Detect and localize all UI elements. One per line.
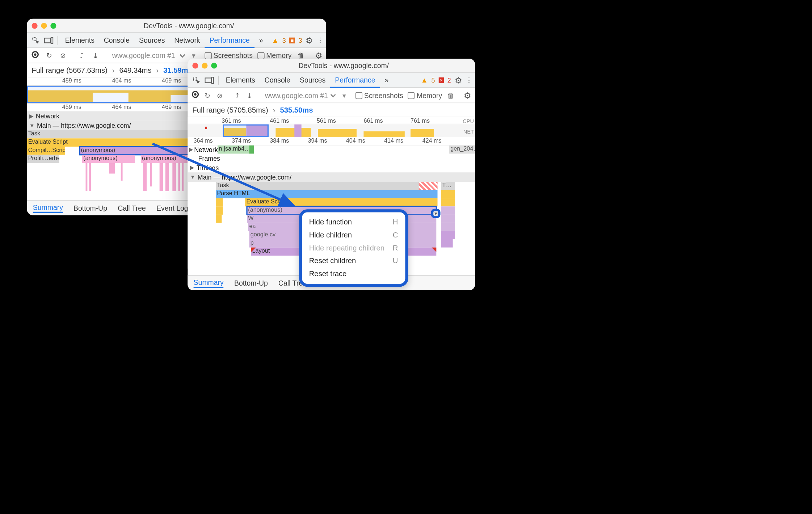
- svg-rect-4: [205, 78, 211, 83]
- network-chunk[interactable]: [249, 146, 254, 154]
- settings-icon[interactable]: ⚙: [455, 75, 462, 85]
- btab-calltree[interactable]: Call Tree: [118, 204, 146, 212]
- flame-chunk[interactable]: [441, 223, 455, 231]
- device-toolbar-icon[interactable]: [42, 36, 55, 45]
- kebab-icon[interactable]: ⋮: [317, 36, 324, 45]
- recording-select[interactable]: www.google.com #1: [262, 90, 337, 100]
- forced-reflow-icon: [251, 248, 256, 252]
- upload-icon[interactable]: ⤴: [233, 91, 241, 100]
- tab-network[interactable]: Network: [169, 33, 205, 48]
- breadcrumb-full[interactable]: Full range (5667.63ms): [31, 66, 107, 74]
- flame-chunk[interactable]: [216, 206, 223, 215]
- capture-settings-icon[interactable]: ⚙: [464, 90, 471, 100]
- ctx-hide-repeating-children: Hide repeating childrenR: [302, 241, 405, 254]
- traffic-lights[interactable]: [31, 22, 56, 28]
- tab-elements[interactable]: Elements: [60, 33, 99, 48]
- issue-count: 3: [298, 37, 302, 43]
- track-timings[interactable]: ▶Timings: [188, 163, 475, 172]
- download-icon[interactable]: ⤓: [91, 51, 101, 60]
- tab-console[interactable]: Console: [260, 72, 295, 88]
- flame-chunk[interactable]: [441, 239, 453, 248]
- screenshots-checkbox[interactable]: Screenshots: [355, 91, 403, 100]
- breadcrumb-leaf[interactable]: 535.50ms: [280, 106, 313, 114]
- flame-chunk[interactable]: [441, 215, 455, 223]
- zoom-icon[interactable]: [50, 22, 56, 28]
- overview-panel[interactable]: 361 ms 461 ms 561 ms 661 ms 761 ms CPU N…: [188, 117, 475, 137]
- forced-reflow-icon: [432, 248, 436, 252]
- tab-performance[interactable]: Performance: [330, 72, 380, 88]
- breadcrumb: Full range (5705.85ms) › 535.50ms: [188, 103, 475, 117]
- tab-console[interactable]: Console: [99, 33, 134, 48]
- network-chunk[interactable]: n,jsa,mb4…: [218, 146, 249, 154]
- dropdown-callout[interactable]: ▾: [431, 209, 441, 218]
- ctx-reset-children[interactable]: Reset childrenU: [302, 254, 405, 267]
- download-icon[interactable]: ⤓: [245, 91, 253, 100]
- recording-select[interactable]: www.google.com #1: [110, 51, 187, 60]
- flame-anonymous[interactable]: (anonymous): [141, 155, 188, 163]
- flame-profiling-overhead[interactable]: Profili…erhead: [27, 155, 59, 163]
- inspect-icon[interactable]: [190, 76, 203, 84]
- device-toolbar-icon[interactable]: [203, 76, 216, 84]
- ctx-hide-children[interactable]: Hide childrenC: [302, 229, 405, 242]
- memory-checkbox[interactable]: Memory: [408, 91, 442, 100]
- flame-ruler[interactable]: 364 ms 374 ms 384 ms 394 ms 404 ms 414 m…: [188, 137, 475, 146]
- flame-chunk[interactable]: [441, 190, 455, 198]
- ctx-hide-function[interactable]: Hide functionH: [302, 216, 405, 229]
- close-icon[interactable]: [31, 22, 37, 28]
- tab-performance[interactable]: Performance: [205, 33, 254, 48]
- flame-chunk[interactable]: [441, 198, 455, 207]
- inspect-icon[interactable]: [29, 36, 42, 45]
- tab-sources[interactable]: Sources: [295, 72, 330, 88]
- track-network-row[interactable]: ▶ Network n,jsa,mb4… gen_204…: [188, 146, 475, 154]
- tab-elements[interactable]: Elements: [221, 72, 260, 88]
- btab-eventlog[interactable]: Event Log: [156, 204, 188, 212]
- reload-button[interactable]: ↻: [45, 51, 54, 60]
- track-main[interactable]: ▼Main — https://www.google.com/: [188, 172, 475, 182]
- issue-icon[interactable]: ■: [289, 37, 295, 43]
- minimize-icon[interactable]: [202, 63, 207, 68]
- btab-summary[interactable]: Summary: [33, 203, 63, 212]
- flame-evaluate-script[interactable]: Evaluate Script: [245, 198, 437, 207]
- minimize-icon[interactable]: [41, 22, 47, 28]
- breadcrumb-mid[interactable]: 649.34ms: [119, 66, 152, 74]
- flame-parse-html[interactable]: Parse HTML: [216, 190, 437, 198]
- btab-bottomup[interactable]: Bottom-Up: [73, 204, 107, 212]
- warning-icon[interactable]: ▲: [272, 36, 279, 45]
- record-button[interactable]: [30, 51, 40, 60]
- btab-bottomup[interactable]: Bottom-Up: [234, 279, 268, 287]
- reload-button[interactable]: ↻: [203, 91, 211, 100]
- svg-rect-5: [212, 77, 214, 83]
- clear-button[interactable]: ⊘: [58, 51, 68, 60]
- error-icon[interactable]: ×: [438, 77, 444, 83]
- flame-chunk[interactable]: [441, 206, 455, 215]
- long-task-marker: [205, 127, 207, 129]
- flame-task[interactable]: T…: [441, 182, 455, 190]
- svg-rect-2: [51, 37, 53, 43]
- warning-count: 3: [282, 37, 286, 43]
- breadcrumb-full[interactable]: Full range (5705.85ms): [192, 106, 268, 114]
- tab-sources[interactable]: Sources: [134, 33, 169, 48]
- ctx-reset-trace[interactable]: Reset trace: [302, 267, 405, 281]
- flame-anonymous[interactable]: (anonymous): [82, 155, 135, 163]
- flame-task[interactable]: Task: [216, 182, 437, 190]
- close-icon[interactable]: [192, 63, 198, 68]
- tab-more[interactable]: »: [254, 33, 268, 48]
- settings-icon[interactable]: ⚙: [306, 35, 313, 45]
- flame-chunk[interactable]: [216, 198, 223, 207]
- tab-more[interactable]: »: [380, 72, 393, 88]
- track-frames[interactable]: Frames: [188, 153, 475, 163]
- upload-icon[interactable]: ⤴: [77, 51, 87, 60]
- kebab-icon[interactable]: ⋮: [466, 76, 472, 84]
- network-chunk[interactable]: gen_204…: [449, 146, 475, 154]
- flame-compile-script[interactable]: Compil…Script: [27, 147, 65, 155]
- flame-chunk[interactable]: [216, 215, 222, 223]
- clear-button[interactable]: ⊘: [216, 91, 224, 100]
- gc-icon[interactable]: 🗑: [447, 91, 454, 100]
- flame-chunk[interactable]: [441, 231, 455, 239]
- record-button[interactable]: [191, 91, 199, 100]
- zoom-icon[interactable]: [211, 63, 217, 68]
- traffic-lights[interactable]: [192, 63, 217, 68]
- btab-summary[interactable]: Summary: [194, 278, 224, 288]
- warning-icon[interactable]: ▲: [421, 76, 428, 84]
- svg-rect-1: [45, 38, 51, 42]
